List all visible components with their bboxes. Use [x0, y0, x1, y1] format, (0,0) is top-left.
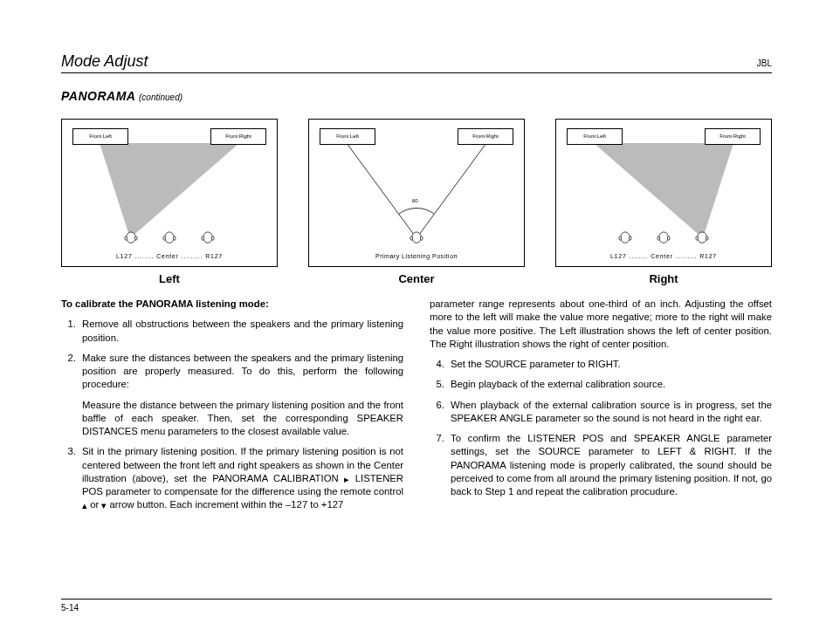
svg-point-12: [412, 232, 422, 243]
step-3-continuation: parameter range represents about one-thi…: [430, 298, 772, 351]
svg-line-11: [416, 143, 486, 238]
section-title: PANORAMA (continued): [61, 89, 772, 103]
step-2: Make sure the distances between the spea…: [79, 352, 403, 392]
lcr-scale: L127 ........ Center ......... R127: [556, 253, 771, 259]
speaker-front-left: Front Left: [567, 128, 623, 145]
diagram-captions: Left Center Right: [61, 272, 772, 285]
section-name: Mode Adjust: [61, 52, 148, 71]
plp-label: Primary Listening Position: [309, 253, 524, 259]
head-icon: [409, 231, 424, 245]
svg-marker-0: [100, 143, 239, 238]
svg-point-7: [203, 232, 213, 243]
brand: JBL: [757, 58, 772, 68]
caption-left: Left: [61, 272, 278, 285]
step-1: Remove all obstructions between the spea…: [79, 318, 403, 345]
svg-point-24: [706, 236, 708, 240]
lcr-scale: L127 ........ Center ......... R127: [62, 253, 277, 259]
diagram-center: 60 Front Left Front Right Primary Listen…: [308, 119, 525, 267]
steps-list-left-cont: Sit in the primary listening position. I…: [61, 445, 403, 511]
svg-point-4: [165, 232, 175, 243]
svg-point-20: [657, 236, 660, 240]
step-2-detail: Measure the distance between the primary…: [82, 399, 403, 439]
svg-point-3: [134, 236, 137, 240]
svg-point-23: [696, 236, 699, 240]
column-left: To calibrate the PANORAMA listening mode…: [61, 298, 403, 519]
head-icon: [656, 231, 671, 245]
diagram-left: Front Left Front Right L127 ........ Cen…: [61, 119, 278, 267]
svg-point-17: [619, 236, 622, 240]
caption-right: Right: [555, 272, 772, 285]
svg-point-19: [659, 232, 669, 243]
head-icon: [162, 231, 177, 245]
speaker-front-left: Front Left: [72, 128, 128, 145]
body-columns: To calibrate the PANORAMA listening mode…: [61, 298, 772, 519]
steps-list-right: Set the SOURCE parameter to RIGHT. Begin…: [430, 358, 772, 498]
svg-point-14: [420, 236, 423, 240]
step-3-text-c: or: [87, 499, 101, 510]
step-3-text-d: arrow button. Each increment within the …: [107, 499, 343, 510]
caption-center: Center: [308, 272, 525, 285]
speaker-front-right: Front Right: [210, 128, 266, 145]
head-icon: [200, 231, 216, 245]
svg-point-9: [211, 236, 214, 240]
running-head: Mode Adjust JBL: [61, 52, 772, 73]
title-continued: (continued): [139, 92, 182, 102]
step-5: Begin playback of the external calibrati…: [447, 378, 772, 391]
svg-point-1: [127, 232, 136, 243]
svg-point-2: [125, 236, 127, 240]
svg-point-18: [629, 236, 631, 240]
svg-point-5: [163, 236, 166, 240]
page-footer: 5-14: [61, 599, 772, 613]
speaker-front-left: Front Left: [320, 128, 375, 145]
head-icon: [617, 231, 633, 245]
svg-point-16: [621, 232, 630, 243]
head-icon: [123, 231, 139, 245]
step-6: When playback of the external calibratio…: [447, 399, 772, 426]
head-icon: [694, 231, 710, 245]
svg-point-8: [202, 236, 204, 240]
step-7: To confirm the LISTENER POS and SPEAKER …: [447, 432, 772, 498]
svg-point-13: [410, 236, 413, 240]
angle-label: 60: [412, 198, 418, 203]
column-right: parameter range represents about one-thi…: [430, 298, 772, 519]
speaker-front-right: Front Right: [458, 128, 513, 145]
step-4: Set the SOURCE parameter to RIGHT.: [447, 358, 772, 371]
steps-list-left: Remove all obstructions between the spea…: [61, 318, 403, 391]
title-main: PANORAMA: [61, 89, 135, 103]
lead-text: To calibrate the PANORAMA listening mode…: [61, 298, 403, 311]
speaker-front-right: Front Right: [705, 128, 761, 145]
manual-page: Mode Adjust JBL PANORAMA (continued) Fro…: [0, 0, 833, 644]
diagram-right: Front Left Front Right L127 ........ Cen…: [555, 119, 772, 267]
step-3: Sit in the primary listening position. I…: [79, 445, 403, 511]
svg-point-22: [698, 232, 707, 243]
page-number: 5-14: [61, 603, 79, 613]
svg-point-6: [173, 236, 176, 240]
diagram-row: Front Left Front Right L127 ........ Cen…: [61, 119, 772, 267]
svg-line-10: [347, 143, 416, 238]
svg-point-21: [667, 236, 670, 240]
svg-marker-15: [594, 143, 733, 238]
